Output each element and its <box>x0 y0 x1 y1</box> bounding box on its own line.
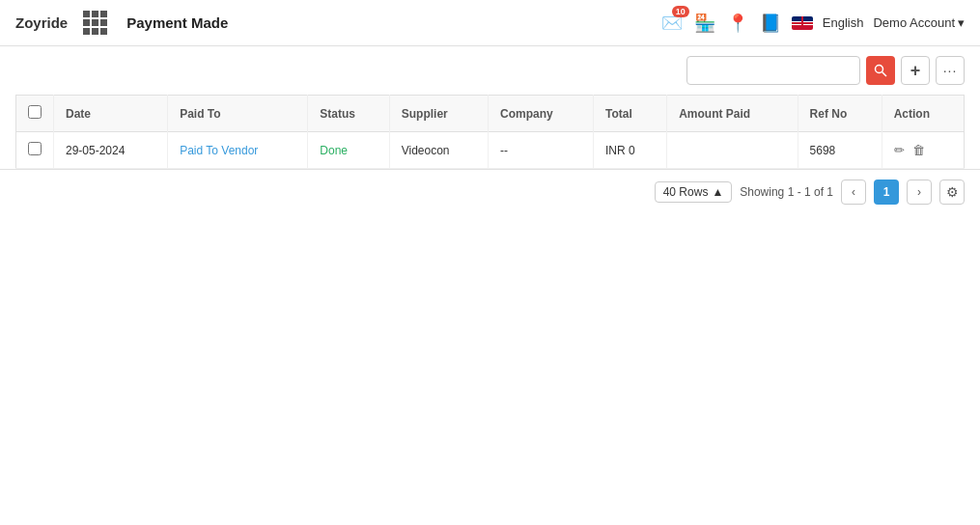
cell-total: INR 0 <box>594 132 667 169</box>
cell-paid-to[interactable]: Paid To Vendor <box>168 132 308 169</box>
prev-page-icon: ‹ <box>852 185 855 199</box>
col-total: Total <box>594 96 667 132</box>
delete-icon[interactable]: 🗑 <box>912 143 925 157</box>
search-button[interactable] <box>866 56 895 85</box>
col-status: Status <box>308 96 389 132</box>
select-all-header[interactable] <box>16 96 54 132</box>
select-all-checkbox[interactable] <box>28 105 42 119</box>
page-title: Payment Made <box>126 14 649 31</box>
demo-account-label: Demo Account <box>873 15 955 30</box>
cell-date: 29-05-2024 <box>54 132 168 169</box>
svg-line-1 <box>882 72 887 77</box>
page-settings-button[interactable]: ⚙ <box>939 180 965 205</box>
header: Zoyride Payment Made ✉️ 10 🏪 📍 📘 English… <box>0 0 980 46</box>
header-icons: ✉️ 10 🏪 📍 📘 English Demo Account ▾ <box>660 12 965 35</box>
payments-table: Date Paid To Status Supplier Company Tot… <box>15 95 965 169</box>
col-date: Date <box>54 96 168 132</box>
cell-action: ✏ 🗑 <box>882 132 964 169</box>
table-body: 29-05-2024 Paid To Vendor Done Videocon … <box>16 132 965 169</box>
cell-supplier: Videocon <box>389 132 488 169</box>
demo-account-chevron: ▾ <box>958 15 965 30</box>
more-icon: ··· <box>943 63 958 78</box>
demo-account-menu[interactable]: Demo Account ▾ <box>873 15 965 30</box>
location-icon[interactable]: 📍 <box>726 12 749 35</box>
svg-point-0 <box>876 66 883 73</box>
edit-icon[interactable]: ✏ <box>894 143 905 157</box>
language-label[interactable]: English <box>823 15 864 30</box>
email-icon-wrap[interactable]: ✉️ 10 <box>660 12 684 35</box>
brand-logo: Zoyride <box>15 14 68 31</box>
cell-status: Done <box>308 132 389 169</box>
toolbar: + ··· <box>0 46 980 95</box>
cell-company: -- <box>489 132 594 169</box>
next-page-button[interactable]: › <box>907 180 932 205</box>
table-row: 29-05-2024 Paid To Vendor Done Videocon … <box>16 132 965 169</box>
language-flag-icon[interactable] <box>792 16 813 30</box>
add-icon: + <box>910 61 921 81</box>
table-header: Date Paid To Status Supplier Company Tot… <box>16 96 965 132</box>
cell-ref-no: 5698 <box>798 132 882 169</box>
rows-chevron-icon: ▲ <box>712 185 723 199</box>
gear-icon: ⚙ <box>946 184 959 200</box>
col-paid-to: Paid To <box>168 96 308 132</box>
add-button[interactable]: + <box>901 56 930 85</box>
current-page-button[interactable]: 1 <box>874 180 899 205</box>
col-amount-paid: Amount Paid <box>667 96 798 132</box>
rows-per-page-label: 40 Rows <box>663 185 709 199</box>
prev-page-button[interactable]: ‹ <box>841 180 866 205</box>
pagination-bar: 40 Rows ▲ Showing 1 - 1 of 1 ‹ 1 › ⚙ <box>0 169 980 214</box>
search-icon <box>874 64 887 77</box>
row-checkbox-cell[interactable] <box>16 132 54 169</box>
book-icon[interactable]: 📘 <box>759 12 782 35</box>
cell-amount-paid <box>667 132 798 169</box>
showing-text: Showing 1 - 1 of 1 <box>740 185 833 199</box>
col-company: Company <box>489 96 594 132</box>
col-supplier: Supplier <box>389 96 488 132</box>
search-input[interactable] <box>686 56 860 85</box>
rows-per-page-select[interactable]: 40 Rows ▲ <box>655 181 733 203</box>
more-button[interactable]: ··· <box>936 56 965 85</box>
grid-icon[interactable] <box>83 11 107 35</box>
shop-icon[interactable]: 🏪 <box>693 12 716 35</box>
next-page-icon: › <box>917 185 921 199</box>
email-badge: 10 <box>672 6 689 18</box>
table-container: Date Paid To Status Supplier Company Tot… <box>0 95 980 169</box>
col-ref-no: Ref No <box>798 96 882 132</box>
row-checkbox[interactable] <box>28 142 42 155</box>
col-action: Action <box>882 96 964 132</box>
